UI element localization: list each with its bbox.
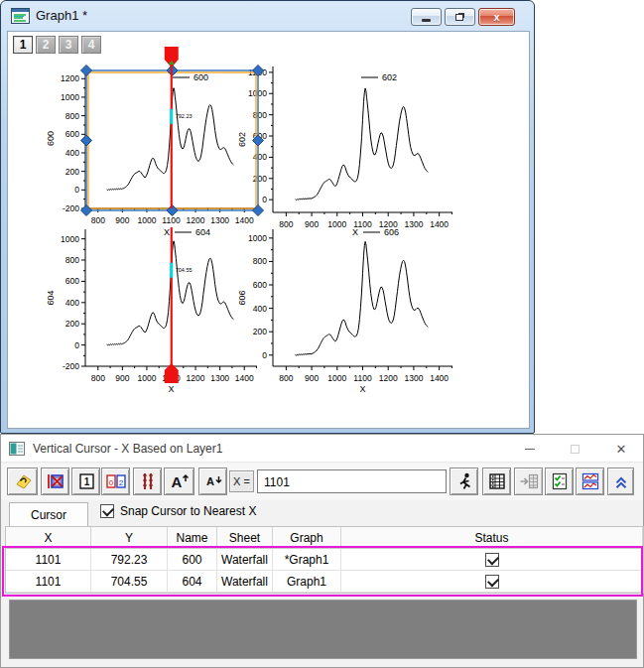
minimize-icon bbox=[422, 19, 431, 22]
status-checkbox[interactable] bbox=[485, 575, 499, 589]
cell-graph: *Graph1 bbox=[273, 549, 341, 570]
delete-labels-button[interactable] bbox=[41, 468, 69, 495]
cell-name: 604 bbox=[168, 571, 217, 592]
cell-sheet: Waterfall bbox=[217, 571, 273, 592]
collapse-dialog-button[interactable] bbox=[607, 468, 634, 495]
layer-tab-4[interactable]: 4 bbox=[81, 36, 101, 54]
svg-text:2: 2 bbox=[118, 478, 123, 487]
font-decrease-icon: A bbox=[202, 471, 224, 491]
cursor-table-row[interactable]: 1101792.23600Waterfall*Graph1 bbox=[6, 549, 643, 571]
cell-y: 792.23 bbox=[91, 549, 168, 570]
svg-text:0: 0 bbox=[108, 478, 113, 487]
font-increase-icon: A bbox=[169, 471, 191, 491]
dialog-close-button[interactable]: ✕ bbox=[606, 439, 636, 460]
graph-restore-button[interactable] bbox=[445, 8, 475, 26]
maximize-icon bbox=[571, 445, 580, 454]
cursor-table-body: 1101792.23600Waterfall*Graph11101704.556… bbox=[6, 549, 643, 593]
add-to-worksheet-icon bbox=[519, 471, 539, 491]
dialog-maximize-button[interactable] bbox=[560, 439, 589, 460]
checklist-icon bbox=[550, 471, 570, 491]
column-header-graph[interactable]: Graph bbox=[273, 527, 341, 548]
column-header-status[interactable]: Status bbox=[341, 527, 643, 548]
vertical-cursor-dialog: Vertical Cursor - X Based on Layer1 ✕ 1 bbox=[0, 434, 644, 668]
snap-cursor-checkbox[interactable] bbox=[100, 504, 114, 518]
table-header-row: XYNameSheetGraphStatus bbox=[6, 527, 643, 549]
cell-y: 704.55 bbox=[91, 571, 168, 592]
arrange-graphs-button[interactable] bbox=[576, 468, 604, 495]
graph-delete-icon bbox=[46, 471, 65, 491]
graph-window-title: Graph1 * bbox=[36, 8, 87, 23]
cursor-x-input[interactable] bbox=[257, 469, 447, 493]
dialog-tab-row: Cursor Snap Cursor to Nearest X bbox=[1, 500, 643, 526]
layer-1-icon: 1 bbox=[76, 471, 96, 491]
graph-minimize-button[interactable] bbox=[411, 8, 442, 26]
cell-x: 1101 bbox=[6, 571, 91, 592]
active-layer-button[interactable]: 1 bbox=[71, 468, 100, 495]
svg-text:A: A bbox=[171, 473, 182, 490]
x-equals-label: X = bbox=[229, 470, 254, 492]
dialog-icon bbox=[9, 442, 25, 456]
vertical-cursor-lines-icon bbox=[138, 471, 158, 491]
layer-tab-3[interactable]: 3 bbox=[59, 36, 78, 54]
cursors-on-layers-button[interactable]: 0 2 bbox=[101, 468, 130, 495]
chevron-up-icon bbox=[612, 472, 630, 490]
dialog-minimize-button[interactable] bbox=[515, 439, 545, 460]
status-checkbox[interactable] bbox=[485, 553, 499, 567]
tab-cursor[interactable]: Cursor bbox=[9, 502, 88, 526]
stacked-graphs-icon bbox=[580, 471, 600, 491]
cell-sheet: Waterfall bbox=[217, 549, 273, 570]
close-icon: x bbox=[493, 11, 499, 23]
add-labels-button[interactable] bbox=[7, 468, 38, 495]
show-worksheet-button[interactable] bbox=[482, 468, 511, 495]
cursor-results-table: XYNameSheetGraphStatus 1101792.23600Wate… bbox=[5, 526, 644, 594]
close-icon: ✕ bbox=[616, 443, 627, 456]
cell-x: 1101 bbox=[6, 549, 91, 570]
layer-tab-bar: 1234 bbox=[13, 36, 101, 54]
restore-icon bbox=[455, 14, 463, 21]
worksheet-icon bbox=[487, 471, 507, 491]
preferences-button[interactable] bbox=[545, 468, 574, 495]
column-header-sheet[interactable]: Sheet bbox=[217, 527, 273, 548]
cursor-table-row[interactable]: 1101704.55604WaterfallGraph1 bbox=[6, 571, 643, 593]
cursor-lines-button[interactable] bbox=[133, 468, 162, 495]
font-increase-button[interactable]: A bbox=[164, 468, 194, 495]
dialog-toolbar: 1 0 2 A A bbox=[1, 464, 643, 500]
runner-icon bbox=[454, 471, 474, 491]
column-header-x[interactable]: X bbox=[6, 527, 91, 548]
dialog-collapsed-panel bbox=[9, 600, 637, 659]
svg-text:A: A bbox=[206, 475, 214, 487]
graph-window-icon bbox=[11, 8, 30, 24]
column-header-y[interactable]: Y bbox=[91, 527, 168, 548]
graph-page bbox=[7, 31, 530, 429]
svg-text:1: 1 bbox=[83, 476, 89, 487]
label-tag-icon bbox=[13, 471, 33, 491]
cell-name: 600 bbox=[168, 549, 217, 570]
font-decrease-button[interactable]: A bbox=[198, 468, 227, 495]
minimize-icon bbox=[525, 449, 535, 450]
column-header-name[interactable]: Name bbox=[168, 527, 217, 548]
graph1-window: Graph1 * x 1234 800900100011001200130014… bbox=[0, 0, 535, 434]
dialog-titlebar[interactable]: Vertical Cursor - X Based on Layer1 ✕ bbox=[1, 435, 643, 463]
dialog-title: Vertical Cursor - X Based on Layer1 bbox=[33, 442, 222, 456]
snap-cursor-label: Snap Cursor to Nearest X bbox=[120, 504, 256, 518]
goto-cursor-button[interactable] bbox=[450, 468, 478, 495]
layer-tab-1[interactable]: 1 bbox=[13, 36, 33, 54]
cell-graph: Graph1 bbox=[273, 571, 341, 592]
layers-0-2-icon: 0 2 bbox=[105, 471, 127, 491]
layer-tab-2[interactable]: 2 bbox=[36, 36, 56, 54]
add-to-worksheet-button bbox=[514, 468, 543, 495]
graph-close-button[interactable]: x bbox=[478, 8, 515, 26]
graph1-titlebar[interactable]: Graph1 * x bbox=[1, 1, 534, 31]
